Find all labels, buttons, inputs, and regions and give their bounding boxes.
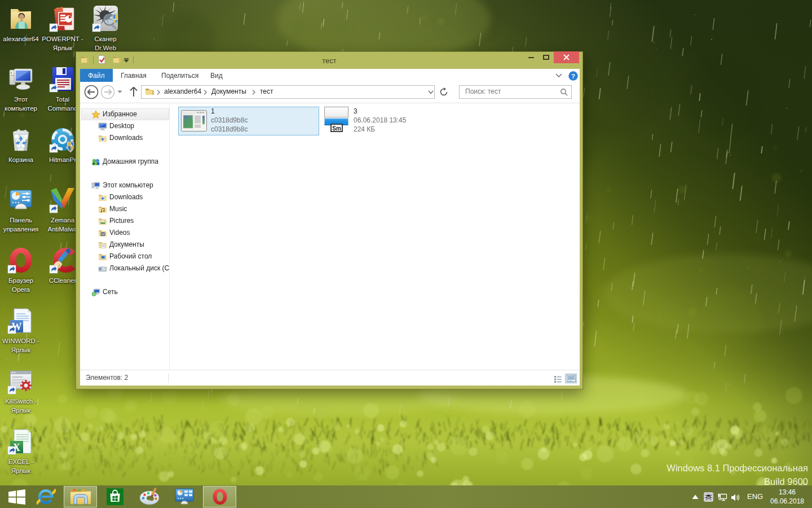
svg-text:W: W — [707, 495, 710, 499]
svg-text:Sm: Sm — [332, 125, 341, 132]
svg-text:?: ? — [571, 73, 575, 80]
